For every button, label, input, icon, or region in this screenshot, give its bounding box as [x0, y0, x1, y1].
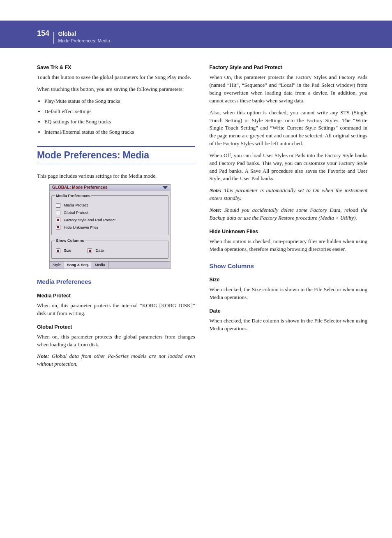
heading-show-columns: Show Columns [210, 262, 368, 271]
checkbox-label: Factory Style and Pad Protect [64, 217, 115, 223]
list-item: Default effect settings [44, 108, 195, 116]
checkbox-size[interactable] [56, 248, 60, 253]
checkbox-label: Size [64, 248, 71, 253]
checkbox-hide-unknown[interactable] [56, 225, 60, 230]
body-text: When checked, the Size column is shown i… [210, 286, 368, 301]
checkbox-label: Media Protect [64, 202, 88, 208]
checkbox-label: Global Protect [64, 210, 88, 216]
header-divider [53, 32, 54, 44]
heading-global-protect: Global Protect [37, 323, 195, 331]
heading-size: Size [210, 276, 368, 283]
tab-song-seq[interactable]: Song & Seq. [64, 262, 92, 269]
body-text: When checked, the Date column is shown i… [210, 317, 368, 333]
checkbox-factory-protect[interactable] [56, 218, 60, 222]
body-text: When On, this parameter protects the Fac… [210, 74, 368, 104]
tab-media[interactable]: Media [92, 262, 108, 269]
body-text: When on, this parameter protects the glo… [37, 333, 195, 349]
heading-factory-protect: Factory Style and Pad Protect [210, 64, 368, 71]
ui-legend: Media Preferences [55, 193, 91, 199]
heading-mode-preferences-media: Mode Preferences: Media [37, 146, 195, 164]
dropdown-arrow-icon [163, 186, 168, 189]
breadcrumb: Mode Preferences: Media [58, 38, 110, 44]
body-text: When touching this button, you are savin… [37, 86, 195, 93]
list-item: Play/Mute status of the Song tracks [44, 97, 195, 105]
body-text: Touch this button to save the global par… [37, 74, 195, 81]
checkbox-date[interactable] [88, 248, 92, 253]
ui-fieldset-media-preferences: Media Preferences Media Protect Global P… [51, 193, 168, 236]
checkbox-label: Date [95, 248, 104, 253]
note-text: Note: Global data from other Pa-Series m… [37, 352, 195, 368]
body-text: This page includes various settings for … [37, 172, 195, 180]
heading-date: Date [210, 307, 368, 315]
page-number: 154 [37, 28, 49, 39]
heading-hide-unknown: Hide Unknown Files [210, 228, 368, 235]
body-text: Also, when this option is checked, you c… [210, 109, 368, 148]
body-text: When this option is checked, non-proprie… [210, 238, 368, 253]
tab-style[interactable]: Style [50, 262, 64, 269]
list-item: Internal/External status of the Song tra… [44, 128, 195, 136]
ui-legend: Show Columns [55, 238, 85, 243]
note-text: Note: This parameter is automatically se… [210, 187, 368, 202]
ui-window-title: GLOBAL: Mode Preferences [52, 185, 107, 191]
heading-media-protect: Media Protect [37, 292, 195, 299]
ui-tab-bar: Style Song & Seq. Media [50, 261, 170, 269]
note-text: Note: Should you accidentally delete som… [210, 206, 368, 222]
checkbox-global-protect[interactable] [56, 211, 60, 215]
heading-media-preferences: Media Preferences [37, 277, 195, 286]
checkbox-media-protect[interactable] [56, 203, 60, 208]
body-text: When Off, you can load User Styles or Pa… [210, 152, 368, 183]
page-header: 154 Global Mode Preferences: Media [0, 21, 392, 48]
body-text: When on, this parameter protects the int… [37, 302, 195, 318]
bullet-list: Play/Mute status of the Song tracks Defa… [37, 97, 195, 136]
ui-screenshot: GLOBAL: Mode Preferences Media Preferenc… [49, 184, 171, 269]
chapter-title: Global [58, 30, 110, 38]
heading-save-trk-fx: Save Trk & FX [37, 64, 195, 71]
list-item: EQ settings for the Song tracks [44, 118, 195, 126]
checkbox-label: Hide Unknown Files [64, 225, 98, 230]
ui-window-titlebar: GLOBAL: Mode Preferences [50, 185, 170, 191]
ui-fieldset-show-columns: Show Columns Size Date [51, 238, 168, 259]
